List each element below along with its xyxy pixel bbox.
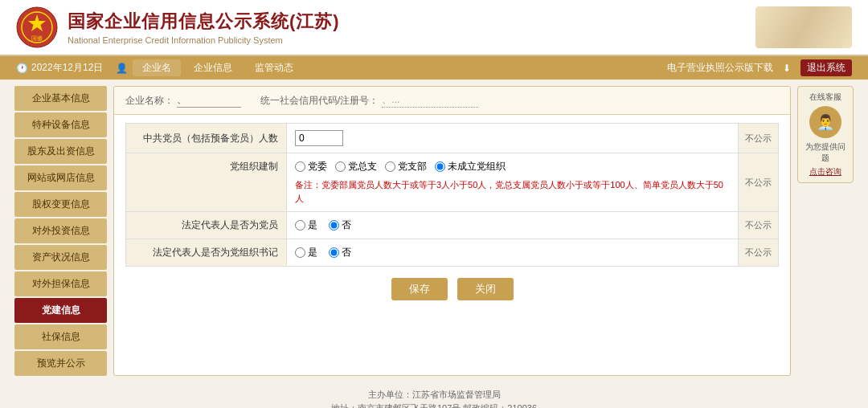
party-org-no-show: 不公示 — [739, 153, 779, 212]
legal-party-radios: 是 否 — [295, 218, 730, 232]
radio-legal-secretary-yes[interactable] — [295, 247, 305, 258]
party-org-dangzongzhi[interactable]: 党总支 — [335, 160, 377, 173]
clock-icon: 🕐 — [16, 63, 28, 74]
legal-party-row: 法定代表人是否为党员 是 否 不公示 — [126, 212, 779, 239]
sidebar-item-enterprise-basic[interactable]: 企业基本信息 — [14, 86, 107, 111]
legal-secretary-yes[interactable]: 是 — [295, 246, 317, 259]
radio-dangwei[interactable] — [295, 161, 305, 172]
party-org-label: 党组织建制 — [126, 153, 287, 212]
button-row: 保存 关闭 — [125, 267, 779, 307]
party-org-row: 党组织建制 党委 党总支 党支部 — [126, 153, 779, 212]
logout-btn[interactable]: 退出系统 — [800, 59, 852, 76]
logo: 国徽 — [16, 6, 58, 48]
sidebar-item-website[interactable]: 网站或网店信息 — [14, 165, 107, 190]
save-button[interactable]: 保存 — [391, 278, 448, 300]
content-area: 企业名称： 、 统一社会信用代码/注册号： 、... 中共党员（包括预备党员）人… — [113, 86, 791, 376]
legal-party-cell: 是 否 — [287, 212, 739, 239]
sidebar-item-equity-change[interactable]: 股权变更信息 — [14, 192, 107, 217]
header-title-cn: 国家企业信用信息公示系统(江苏) — [68, 10, 340, 34]
close-button[interactable]: 关闭 — [457, 278, 514, 300]
assistant-link[interactable]: 点击咨询 — [803, 166, 848, 177]
assistant-box: 在线客服 👨‍💼 为您提供问题 点击咨询 — [797, 86, 854, 183]
footer-address: 地址：南京市建邺区飞天路107号 邮政编码：210036 — [6, 402, 862, 408]
sidebar-item-assets[interactable]: 资产状况信息 — [14, 245, 107, 270]
party-member-input-cell — [287, 124, 739, 153]
company-name-value: 、 — [177, 93, 241, 108]
topbar-icon-user: 👤 — [116, 63, 128, 74]
legal-secretary-row: 法定代表人是否为党组织书记 是 否 不公示 — [126, 239, 779, 267]
sidebar-item-social-security[interactable]: 社保信息 — [14, 324, 107, 349]
sidebar-item-party[interactable]: 党建信息 — [14, 298, 107, 323]
avatar: 👨‍💼 — [809, 106, 841, 138]
party-org-cell: 党委 党总支 党支部 未成立党组织 — [287, 153, 739, 212]
svg-text:国徽: 国徽 — [31, 35, 43, 42]
etax-btn[interactable]: 电子营业执照公示版下载 — [667, 61, 773, 75]
legal-secretary-no-show: 不公示 — [739, 239, 779, 267]
radio-dangzongzhi[interactable] — [335, 161, 346, 172]
party-hint: 备注：党委部属党员人数大于或等于3人小于50人，党总支属党员人数小于或等于100… — [295, 178, 730, 205]
sidebar-item-guarantee[interactable]: 对外担保信息 — [14, 271, 107, 296]
legal-party-yes[interactable]: 是 — [295, 218, 317, 232]
sidebar-item-special-equipment[interactable]: 特种设备信息 — [14, 112, 107, 137]
legal-party-no[interactable]: 否 — [329, 218, 351, 232]
topbar-nav-item-2[interactable]: 企业信息 — [184, 59, 242, 76]
footer-host: 主办单位：江苏省市场监督管理局 — [6, 389, 862, 401]
party-org-dangzhibu[interactable]: 党支部 — [385, 160, 427, 173]
footer: 主办单位：江苏省市场监督管理局 地址：南京市建邺区飞天路107号 邮政编码：21… — [0, 382, 868, 408]
party-member-no-show: 不公示 — [739, 124, 779, 153]
company-credit-value: 、... — [382, 93, 478, 108]
radio-legal-party-no[interactable] — [329, 220, 339, 231]
company-credit-label: 统一社会信用代码/注册号： — [260, 94, 379, 108]
radio-legal-party-yes[interactable] — [295, 220, 305, 231]
legal-party-no-show: 不公示 — [739, 212, 779, 239]
party-member-label: 中共党员（包括预备党员）人数 — [126, 124, 287, 153]
sidebar: 企业基本信息 特种设备信息 股东及出资信息 网站或网店信息 股权变更信息 对外投… — [14, 86, 107, 376]
company-name-label: 企业名称： — [125, 94, 174, 108]
party-member-row: 中共党员（包括预备党员）人数 不公示 — [126, 124, 779, 153]
header-titles: 国家企业信用信息公示系统(江苏) National Enterprise Cre… — [68, 10, 340, 45]
topbar-datetime: 2022年12月12日 — [31, 61, 103, 75]
assistant-description: 为您提供问题 — [803, 141, 848, 164]
topbar: 🕐 2022年12月12日 👤 企业名 企业信息 监管动态 电子营业执照公示版下… — [0, 56, 868, 80]
form-area: 中共党员（包括预备党员）人数 不公示 党组织建制 党委 — [114, 115, 790, 315]
party-org-radios: 党委 党总支 党支部 未成立党组织 — [295, 160, 730, 173]
party-org-dangwei[interactable]: 党委 — [295, 160, 327, 173]
radio-weichengli[interactable] — [435, 161, 445, 172]
company-bar: 企业名称： 、 统一社会信用代码/注册号： 、... — [114, 87, 790, 115]
legal-secretary-label: 法定代表人是否为党组织书记 — [126, 239, 287, 267]
header: 国徽 国家企业信用信息公示系统(江苏) National Enterprise … — [0, 0, 868, 56]
main-layout: 企业基本信息 特种设备信息 股东及出资信息 网站或网店信息 股权变更信息 对外投… — [0, 80, 868, 382]
header-title-en: National Enterprise Credit Information P… — [68, 35, 340, 45]
assistant-panel: 在线客服 👨‍💼 为您提供问题 点击咨询 — [797, 86, 854, 376]
assistant-title: 在线客服 — [803, 92, 848, 103]
legal-party-label: 法定代表人是否为党员 — [126, 212, 287, 239]
radio-dangzhibu[interactable] — [385, 161, 395, 172]
topbar-nav-item-3[interactable]: 监管动态 — [245, 59, 303, 76]
topbar-icon-download: ⬇ — [783, 63, 791, 74]
party-member-input[interactable] — [295, 130, 343, 146]
header-decorative — [755, 6, 852, 48]
sidebar-item-preview[interactable]: 预览并公示 — [14, 351, 107, 376]
legal-secretary-cell: 是 否 — [287, 239, 739, 267]
topbar-nav-item-1[interactable]: 企业名 — [133, 59, 181, 76]
sidebar-item-shareholders[interactable]: 股东及出资信息 — [14, 139, 107, 164]
form-table: 中共党员（包括预备党员）人数 不公示 党组织建制 党委 — [125, 123, 779, 267]
party-org-weichengli[interactable]: 未成立党组织 — [435, 160, 506, 173]
radio-legal-secretary-no[interactable] — [329, 247, 339, 258]
sidebar-item-external-invest[interactable]: 对外投资信息 — [14, 218, 107, 243]
topbar-right: 电子营业执照公示版下载 ⬇ 退出系统 — [667, 59, 852, 76]
legal-secretary-radios: 是 否 — [295, 246, 730, 259]
legal-secretary-no[interactable]: 否 — [329, 246, 351, 259]
